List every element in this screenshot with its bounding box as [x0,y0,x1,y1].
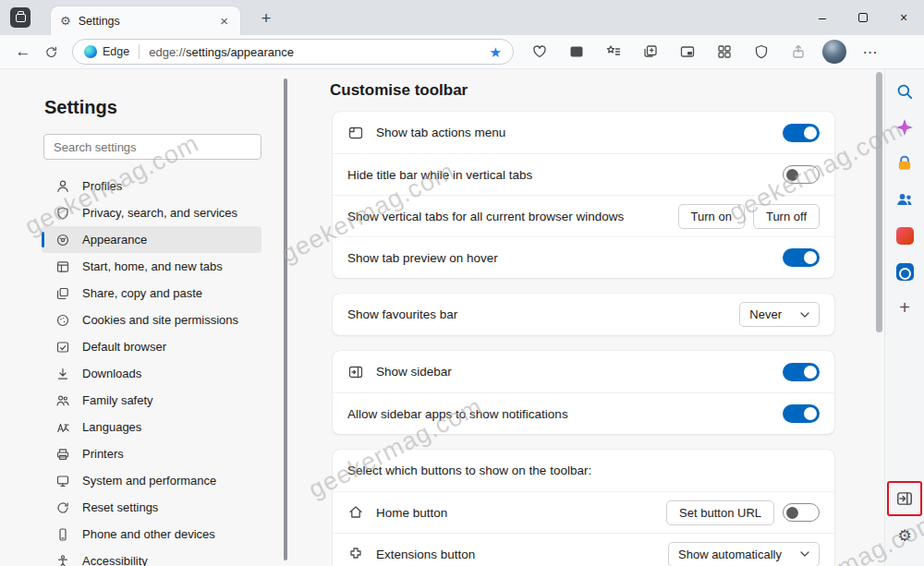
sidebar-item-privacy[interactable]: Privacy, search, and services [42,199,261,226]
add-sidebar-app-icon[interactable]: + [892,295,918,320]
back-button[interactable]: ← [9,38,37,66]
sidebar-item-family-safety[interactable]: Family safety [42,387,261,414]
picture-in-picture-icon[interactable] [669,38,706,66]
url-path: settings/appearance [186,45,294,59]
profile-avatar[interactable] [822,40,846,64]
outlook-icon[interactable] [892,259,918,284]
highlight-annotation [887,481,922,516]
tab-actions-icon [347,125,364,141]
sidebar-notifications-toggle[interactable] [783,404,820,423]
favourite-star-icon[interactable]: ★ [490,45,502,59]
turn-off-button[interactable]: Turn off [753,204,820,229]
sidebar-item-label: Cookies and site permissions [82,313,238,327]
set-button-url-button[interactable]: Set button URL [666,500,774,525]
setting-label: Show sidebar [376,365,452,379]
sidebar-item-languages[interactable]: Languages [42,414,261,440]
browser-essentials-icon[interactable] [521,38,558,66]
sidebar-item-profiles[interactable]: Profiles [42,173,261,199]
tab-title: Settings [79,15,120,28]
people-icon[interactable] [892,187,918,212]
tab-preview-toggle[interactable] [783,248,820,267]
sidebar-item-label: Default browser [82,340,166,354]
sidebar-item-label: Accessibility [82,554,148,566]
home-icon [347,504,364,521]
sidebar-item-default-browser[interactable]: Default browser [42,333,261,360]
toolbar-buttons-header-row: Select which buttons to show on the tool… [333,450,834,491]
setting-row-home-button: Home button Set button URL [333,491,834,533]
tab-settings[interactable]: ⚙ Settings × [51,6,240,35]
copy-icon [55,286,70,301]
language-icon [55,420,70,435]
home-button-toggle[interactable] [783,503,820,522]
browser-window: geekermag.com geekermag.com geekermag.co… [0,0,924,566]
refresh-icon [43,44,59,60]
sidebar-item-system-performance[interactable]: System and performance [42,467,261,494]
sidebar-item-start-home-newtabs[interactable]: Start, home, and new tabs [42,253,261,280]
sidebar-item-label: Share, copy and paste [82,286,202,300]
address-separator [139,44,140,59]
printer-icon [55,447,70,462]
maximize-button[interactable] [843,0,883,35]
copilot-icon[interactable] [892,114,918,140]
workspaces-icon[interactable] [10,7,30,28]
more-options-icon[interactable]: ⋯ [852,38,889,66]
outlook-shape [896,263,914,281]
sidebar-item-downloads[interactable]: Downloads [42,360,261,387]
dropdown-value: Never [749,307,782,321]
sidebar-item-cookies-permissions[interactable]: Cookies and site permissions [42,307,261,333]
sidebar-settings-icon[interactable]: ⚙ [892,523,918,548]
setting-row-extensions-button: Extensions button Show automatically [333,533,834,566]
sidebar-item-phone-devices[interactable]: Phone and other devices [42,521,261,548]
setting-label: Show tab actions menu [376,126,505,139]
toolbar-icons: ⋯ [521,38,889,66]
split-screen-icon[interactable] [558,38,595,66]
new-tab-button[interactable]: + [255,7,277,30]
chevron-down-icon [800,312,809,318]
appearance-icon [55,233,70,247]
copilot-shape [896,119,913,136]
search-icon[interactable] [892,78,918,104]
minimize-button[interactable]: – [802,0,843,35]
share-icon[interactable] [780,38,817,66]
extensions-button-dropdown[interactable]: Show automatically [668,542,820,566]
sidebar-item-share-copy-paste[interactable]: Share, copy and paste [42,280,261,307]
shopping-icon[interactable] [892,151,918,176]
url-text[interactable]: edge://settings/appearance [149,45,294,59]
sidebar-item-label: Appearance [82,233,147,247]
sidebar-item-printers[interactable]: Printers [42,440,261,467]
setting-label: Show tab preview on hover [347,251,498,265]
browser-check-icon [55,340,70,355]
maximize-icon [858,13,868,22]
scrollbar-thumb[interactable] [876,72,882,332]
turn-on-button[interactable]: Turn on [678,204,745,229]
edge-logo-icon [84,45,97,58]
apps-grid-icon[interactable] [706,38,743,66]
shield-icon[interactable] [743,38,780,66]
setting-label: Hide title bar while in vertical tabs [347,168,532,182]
search-settings-input[interactable] [43,134,261,160]
setting-row-tab-preview: Show tab preview on hover [333,236,834,278]
edge-sidebar: + ⚙ [884,69,924,566]
setting-row-show-sidebar: Show sidebar [333,351,834,392]
collections-icon[interactable] [632,38,669,66]
cookie-icon [55,313,70,328]
section-header: Select which buttons to show on the tool… [347,464,591,477]
tab-close-icon[interactable]: × [217,13,231,29]
open-sidebar-icon[interactable] [892,486,918,512]
sidebar-item-label: Phone and other devices [82,527,215,541]
hide-title-bar-toggle[interactable] [783,165,820,184]
close-button[interactable]: × [883,0,924,35]
sidebar-item-accessibility[interactable]: Accessibility [42,548,261,566]
sidebar-item-appearance[interactable]: Appearance [42,226,261,253]
favourites-icon[interactable] [595,38,632,66]
microsoft-365-icon[interactable] [892,223,918,248]
show-sidebar-toggle[interactable] [783,363,820,381]
address-bar[interactable]: Edge edge://settings/appearance ★ [72,39,514,65]
gear-icon: ⚙ [897,528,911,544]
favourites-bar-dropdown[interactable]: Never [739,302,820,327]
page-scrollbar[interactable] [875,69,883,566]
tab-actions-toggle[interactable] [783,124,820,142]
sidebar-item-reset-settings[interactable]: Reset settings [42,494,261,521]
toolbar-buttons-card: Select which buttons to show on the tool… [333,450,834,566]
refresh-button[interactable] [37,38,65,66]
